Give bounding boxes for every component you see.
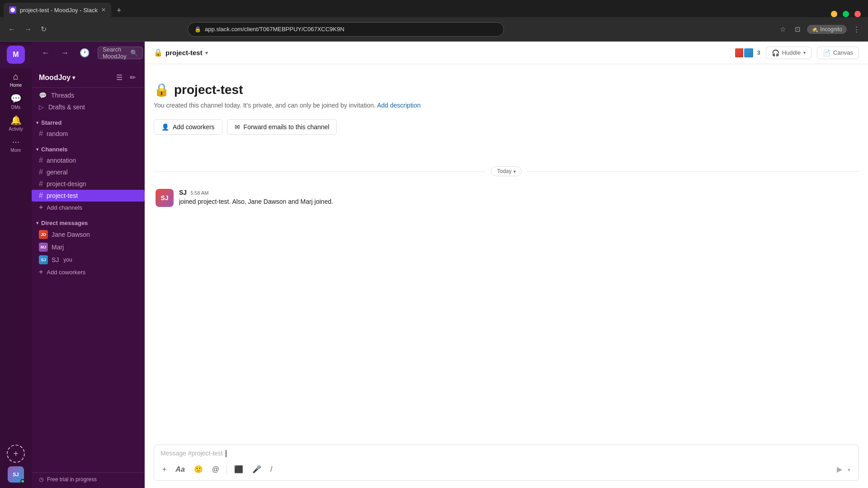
huddle-dropdown-icon: ▾: [803, 50, 806, 55]
home-icon: ⌂: [13, 71, 19, 82]
sidebar-toggle-button[interactable]: ⊡: [792, 23, 803, 36]
mention-button[interactable]: @: [210, 464, 221, 475]
channels-header[interactable]: ▾ Channels: [32, 143, 145, 155]
window-maximize-button[interactable]: [843, 11, 849, 17]
canvas-button[interactable]: 📄 Canvas: [817, 47, 859, 59]
send-dropdown-button[interactable]: ▾: [846, 463, 852, 476]
browser-chrome: project-test - MoodJoy - Slack ✕ + ← → ↻…: [0, 0, 868, 42]
dm-section-header[interactable]: ▾ Direct messages: [32, 217, 145, 228]
channel-item-general[interactable]: # general: [32, 166, 145, 178]
send-button[interactable]: ▶: [835, 463, 844, 476]
add-channels-label: Add channels: [47, 204, 82, 211]
send-dropdown-icon: ▾: [848, 467, 850, 473]
nav-dms[interactable]: 💬 DMs: [6, 91, 26, 111]
dm-marj[interactable]: MJ Marj: [32, 241, 145, 253]
audio-button[interactable]: 🎤: [250, 463, 263, 475]
message-input-box[interactable]: Message #project-test + Aa 🙂 @ ⬛ 🎤 / ▶: [154, 445, 859, 481]
topbar-forward-button[interactable]: →: [58, 46, 71, 61]
user-avatar[interactable]: SJ: [8, 466, 24, 483]
workspace-name[interactable]: MoodJoy ▾: [39, 74, 75, 82]
slack-topbar: ← → 🕐 Search MoodJoy 🔍 ?: [32, 42, 145, 64]
today-badge[interactable]: Today ▾: [491, 166, 521, 176]
channel-name-annotation: annotation: [47, 157, 76, 164]
channel-intro-title: 🔒 project-test: [154, 82, 859, 97]
hash-icon: #: [39, 180, 43, 188]
filter-button[interactable]: ☰: [114, 71, 124, 84]
free-trial-link[interactable]: ◷ Free trial in progress: [39, 476, 137, 483]
huddle-button[interactable]: 🎧 Huddle ▾: [766, 47, 811, 59]
channel-item-annotation[interactable]: # annotation: [32, 155, 145, 166]
channel-dropdown-icon[interactable]: ▾: [205, 50, 208, 56]
add-description-link[interactable]: Add description: [377, 102, 421, 109]
workspace-icon[interactable]: M: [7, 46, 25, 64]
active-tab[interactable]: project-test - MoodJoy - Slack ✕: [4, 3, 111, 17]
sj-avatar: SJ: [39, 255, 48, 264]
threads-link[interactable]: 💬 Threads: [32, 89, 145, 101]
bookmark-button[interactable]: ☆: [777, 23, 788, 36]
channel-name-project-test: project-test: [47, 192, 78, 199]
reload-button[interactable]: ↻: [38, 22, 49, 36]
channel-item-project-test[interactable]: # project-test: [32, 190, 145, 202]
add-coworkers-label: Add coworkers: [47, 269, 85, 276]
nav-more-label: More: [11, 148, 21, 153]
history-button[interactable]: 🕐: [77, 45, 92, 61]
drafts-link[interactable]: ▷ Drafts & sent: [32, 101, 145, 113]
dm-sj-you[interactable]: SJ SJ you: [32, 253, 145, 266]
back-button[interactable]: ←: [5, 23, 18, 36]
send-icon: ▶: [837, 465, 842, 473]
nav-activity[interactable]: 🔔 Activity: [6, 113, 26, 133]
free-trial-icon: ◷: [39, 476, 43, 483]
incognito-label: Incognito: [820, 26, 842, 33]
channels-label: Channels: [41, 146, 68, 153]
slash-command-button[interactable]: /: [269, 464, 274, 475]
nav-dms-label: DMs: [11, 105, 21, 110]
icon-sidebar: M ⌂ Home 💬 DMs 🔔 Activity ··· More + SJ: [0, 42, 32, 488]
topbar-back-button[interactable]: ←: [39, 46, 52, 61]
video-button[interactable]: ⬛: [232, 463, 245, 475]
add-coworkers-sidebar[interactable]: + Add coworkers: [32, 266, 145, 278]
starred-header[interactable]: ▾ Starred: [32, 117, 145, 128]
chat-area: 🔒 project-test You created this channel …: [145, 64, 868, 439]
window-close-button[interactable]: [854, 11, 861, 17]
add-channels-item[interactable]: + Add channels: [32, 202, 145, 213]
compose-button[interactable]: ✏: [128, 71, 137, 84]
threads-label: Threads: [51, 92, 74, 99]
menu-button[interactable]: ⋮: [850, 23, 863, 36]
today-label: Today: [497, 168, 511, 174]
text-cursor: [226, 450, 226, 457]
nav-more[interactable]: ··· More: [6, 135, 26, 155]
search-text: Search MoodJoy: [103, 46, 127, 60]
window-minimize-button[interactable]: [831, 11, 837, 17]
today-divider: Today ▾: [154, 166, 859, 176]
dm-icon: 💬: [10, 93, 22, 104]
add-workspace-button[interactable]: +: [7, 445, 25, 463]
new-tab-button[interactable]: +: [113, 4, 125, 17]
tab-close-button[interactable]: ✕: [101, 7, 106, 13]
forward-button[interactable]: →: [22, 23, 34, 36]
dm-jane-dawson[interactable]: JD Jane Dawson: [32, 228, 145, 241]
search-bar[interactable]: Search MoodJoy 🔍: [98, 47, 143, 59]
channel-name-random: random: [47, 130, 68, 137]
attach-button[interactable]: +: [160, 464, 168, 475]
plus-icon: +: [39, 203, 43, 211]
emoji-button[interactable]: 🙂: [192, 463, 205, 475]
url-text: app.slack.com/client/T067MEBPPUY/C067XCC…: [205, 26, 344, 33]
message-input-area: Message #project-test + Aa 🙂 @ ⬛ 🎤 / ▶: [145, 439, 868, 488]
browser-nav-bar: ← → ↻ 🔒 app.slack.com/client/T067MEBPPUY…: [0, 17, 868, 42]
toolbar-divider: [226, 465, 227, 474]
channel-item-project-design[interactable]: # project-design: [32, 178, 145, 190]
online-status-dot: [20, 479, 25, 483]
channel-item-random[interactable]: # random: [32, 128, 145, 140]
sidebar-main-nav: 💬 Threads ▷ Drafts & sent: [32, 88, 145, 115]
add-coworkers-button[interactable]: 👤 Add coworkers: [154, 119, 222, 135]
tab-title: project-test - MoodJoy - Slack: [20, 7, 98, 14]
nav-home[interactable]: ⌂ Home: [6, 70, 26, 89]
members-avatars[interactable]: 3: [736, 47, 760, 58]
activity-icon: 🔔: [10, 115, 22, 126]
address-bar[interactable]: 🔒 app.slack.com/client/T067MEBPPUY/C067X…: [188, 22, 504, 37]
forward-emails-button[interactable]: ✉ Forward emails to this channel: [227, 119, 337, 135]
message-header: SJ 5:58 AM: [179, 189, 857, 196]
format-button[interactable]: Aa: [174, 464, 186, 475]
lock-icon: 🔒: [194, 26, 201, 33]
tab-favicon: [9, 6, 16, 14]
